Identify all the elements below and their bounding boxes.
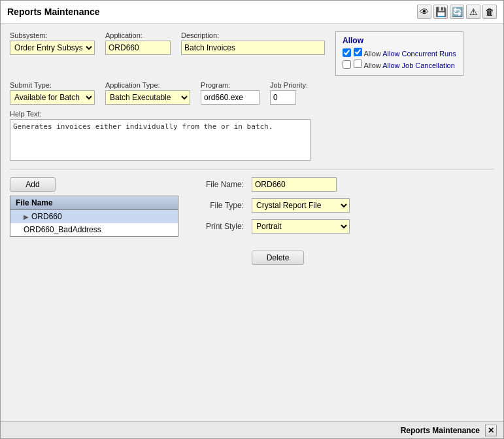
- file-type-select-wrap: Crystal Report File Excel PDF Text: [252, 198, 350, 213]
- submit-type-label: Submit Type:: [10, 81, 95, 89]
- description-label: Description:: [181, 31, 325, 39]
- application-input[interactable]: [105, 41, 171, 55]
- application-group: Application:: [105, 31, 171, 55]
- window-title: Reports Maintenance: [7, 7, 100, 17]
- delete-button[interactable]: Delete: [252, 251, 304, 265]
- right-panel: File Name: File Type: Crystal Report Fil…: [192, 177, 350, 265]
- file-list-item[interactable]: ▶ ORD660: [10, 210, 178, 223]
- allow-title: Allow: [343, 36, 456, 45]
- subsystem-label: Subsystem:: [10, 31, 95, 39]
- allow-job-cancellation-row: Allow Allow Job Cancellation: [343, 60, 456, 69]
- delete-btn-container: Delete: [192, 244, 350, 265]
- warning-icon[interactable]: ⚠: [466, 5, 480, 19]
- file-name-1: ORD660: [31, 212, 62, 221]
- job-priority-label: Job Priority:: [270, 81, 308, 89]
- row-1: Subsystem: Order Entry Subsyste Applicat…: [10, 31, 494, 76]
- submit-type-select[interactable]: Available for Batch s: [10, 90, 95, 105]
- application-type-label: Application Type:: [105, 81, 190, 89]
- description-input[interactable]: [181, 41, 325, 55]
- file-type-label: File Type:: [192, 201, 244, 210]
- divider: [10, 169, 494, 169]
- file-name-row: File Name:: [192, 177, 350, 192]
- content-area: Subsystem: Order Entry Subsyste Applicat…: [1, 24, 503, 421]
- row-2: Submit Type: Available for Batch s Appli…: [10, 81, 494, 105]
- print-style-select-wrap: Portrait Landscape: [252, 219, 350, 234]
- file-type-row: File Type: Crystal Report File Excel PDF…: [192, 198, 350, 213]
- left-panel: Add File Name ▶ ORD660 ORD660_BadAddress: [10, 177, 178, 237]
- allow-box: Allow Allow Allow Concurrent Runs Allow …: [335, 31, 463, 76]
- allow-concurrent-runs-checkbox[interactable]: [343, 48, 351, 57]
- allow-job-cancellation-checkbox[interactable]: [343, 60, 351, 69]
- bottom-label: Reports Maintenance: [401, 426, 480, 435]
- file-name-2: ORD660_BadAddress: [24, 225, 101, 234]
- subsystem-select[interactable]: Order Entry Subsyste: [10, 41, 95, 55]
- program-group: Program:: [201, 81, 260, 105]
- title-bar: Reports Maintenance 👁 💾 🔄 ⚠ 🗑: [1, 1, 503, 24]
- toolbar-icons: 👁 💾 🔄 ⚠ 🗑: [417, 5, 497, 19]
- allow-concurrent-runs-row: Allow Allow Concurrent Runs: [343, 48, 456, 58]
- file-type-select[interactable]: Crystal Report File Excel PDF Text: [252, 198, 350, 213]
- main-window: Reports Maintenance 👁 💾 🔄 ⚠ 🗑 Subsystem:…: [0, 0, 504, 439]
- subsystem-group: Subsystem: Order Entry Subsyste: [10, 31, 95, 55]
- job-priority-input[interactable]: [270, 90, 296, 105]
- print-style-select[interactable]: Portrait Landscape: [252, 219, 350, 234]
- allow-concurrent-runs-label: Allow Allow Concurrent Runs: [354, 48, 456, 58]
- program-input[interactable]: [201, 90, 260, 105]
- save-icon[interactable]: 💾: [433, 5, 448, 19]
- allow-job-cancellation-label: Allow Allow Job Cancellation: [354, 60, 455, 69]
- add-button[interactable]: Add: [10, 177, 56, 192]
- application-type-group: Application Type: Batch Executable: [105, 81, 190, 105]
- file-list-header: File Name: [10, 196, 178, 210]
- allow-concurrent-runs-checkbox[interactable]: [354, 48, 362, 56]
- allow-job-cancellation-checkbox[interactable]: [354, 60, 362, 68]
- delete-icon[interactable]: 🗑: [482, 5, 497, 19]
- description-group: Description:: [181, 31, 325, 55]
- file-name-input[interactable]: [252, 177, 337, 192]
- job-priority-group: Job Priority:: [270, 81, 308, 105]
- view-icon[interactable]: 👁: [417, 5, 431, 19]
- file-list-item[interactable]: ORD660_BadAddress: [10, 223, 178, 236]
- application-label: Application:: [105, 31, 171, 39]
- help-text-textarea[interactable]: [10, 119, 311, 161]
- program-label: Program:: [201, 81, 260, 89]
- bottom-bar: Reports Maintenance ✕: [1, 421, 503, 438]
- application-type-select[interactable]: Batch Executable: [105, 90, 190, 105]
- file-list: File Name ▶ ORD660 ORD660_BadAddress: [10, 196, 178, 237]
- arrow-icon: ▶: [24, 213, 29, 220]
- help-text-group: Help Text:: [10, 110, 494, 161]
- help-text-label: Help Text:: [10, 110, 494, 118]
- file-name-label: File Name:: [192, 180, 244, 189]
- print-style-row: Print Style: Portrait Landscape: [192, 219, 350, 234]
- submit-type-group: Submit Type: Available for Batch s: [10, 81, 95, 105]
- close-button[interactable]: ✕: [485, 425, 497, 436]
- refresh-icon[interactable]: 🔄: [450, 5, 464, 19]
- lower-section: Add File Name ▶ ORD660 ORD660_BadAddress…: [10, 177, 494, 265]
- print-style-label: Print Style:: [192, 222, 244, 231]
